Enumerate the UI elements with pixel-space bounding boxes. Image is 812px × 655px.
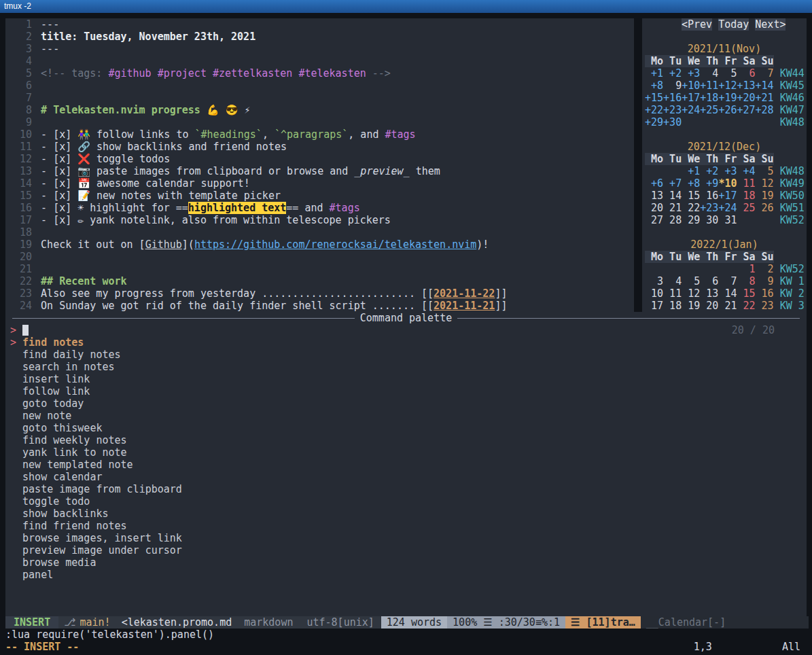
calendar-day[interactable]: 20 (700, 300, 718, 312)
calendar-day[interactable]: 2 (756, 263, 774, 275)
palette-item[interactable]: follow link (5, 385, 807, 397)
palette-item[interactable]: insert link (5, 373, 807, 385)
calendar-day[interactable]: +15 (645, 92, 663, 104)
calendar-day[interactable]: +9 (700, 177, 718, 190)
calendar-day[interactable]: 5 (682, 275, 700, 287)
palette-item[interactable]: panel (5, 569, 807, 581)
calendar-day[interactable]: *10 (718, 177, 737, 190)
calendar-day[interactable]: 10 (645, 287, 663, 300)
calendar-day[interactable]: 28 (663, 214, 682, 226)
calendar-day[interactable]: 3 (645, 275, 663, 287)
palette-item[interactable]: new templated note (5, 459, 807, 471)
calendar-day[interactable]: +23 (700, 202, 718, 214)
calendar-day[interactable]: 11 (737, 177, 755, 190)
palette-item[interactable]: yank link to note (5, 446, 807, 459)
calendar-day[interactable]: +25 (700, 104, 718, 116)
calendar-day[interactable]: 13 (700, 287, 718, 300)
calendar-day[interactable]: 18 (663, 300, 682, 312)
calendar-day[interactable]: +19 (718, 92, 737, 104)
calendar-day[interactable]: 6 (700, 275, 718, 287)
calendar-day[interactable]: 21 (663, 202, 682, 214)
palette-item[interactable]: goto today (5, 397, 807, 410)
calendar-day[interactable]: 16 (700, 190, 718, 202)
calendar-day[interactable]: 13 (645, 190, 663, 202)
calendar-day[interactable]: +3 (718, 165, 737, 177)
calendar-day[interactable]: 29 (682, 214, 700, 226)
calendar-day[interactable]: 18 (737, 190, 755, 202)
calendar-day[interactable]: 21 (718, 300, 737, 312)
calendar-day[interactable]: +18 (700, 92, 718, 104)
calendar-day[interactable]: +8 (645, 79, 663, 92)
calendar-day[interactable]: +17 (682, 92, 700, 104)
calendar-day[interactable]: 4 (700, 67, 718, 79)
calendar-day[interactable]: +3 (682, 67, 700, 79)
calendar-day[interactable]: +24 (682, 104, 700, 116)
calendar-day[interactable]: +28 (756, 104, 774, 116)
palette-item[interactable]: new note (5, 410, 807, 422)
calendar-day[interactable]: 17 (645, 300, 663, 312)
calendar-day[interactable]: +8 (682, 177, 700, 190)
palette-item[interactable]: preview image under cursor (5, 544, 807, 556)
palette-item[interactable]: paste image from clipboard (5, 483, 807, 495)
calendar-day[interactable]: +16 (663, 92, 682, 104)
calendar-day[interactable]: 19 (756, 190, 774, 202)
calendar-next-button[interactable]: Next> (755, 18, 785, 31)
calendar-day[interactable]: 25 (737, 202, 755, 214)
editor-buffer[interactable]: 1--- 2title: Tuesday, November 23th, 202… (5, 18, 634, 312)
calendar-day[interactable]: 12 (682, 287, 700, 300)
calendar-day[interactable]: +1 (682, 165, 700, 177)
palette-item[interactable]: find weekly notes (5, 434, 807, 446)
calendar-day[interactable]: +2 (663, 67, 682, 79)
calendar-day[interactable]: +17 (718, 190, 737, 202)
palette-item[interactable]: browse media (5, 556, 807, 569)
calendar-today-button[interactable]: Today (718, 18, 749, 31)
calendar-day[interactable]: +12 (718, 79, 737, 92)
calendar-day[interactable]: 22 (682, 202, 700, 214)
calendar-day[interactable]: 23 (756, 300, 774, 312)
calendar-day[interactable]: 22 (737, 300, 755, 312)
palette-item[interactable]: toggle todo (5, 495, 807, 508)
calendar-day[interactable]: 6 (737, 67, 755, 79)
calendar-day[interactable]: 8 (737, 275, 755, 287)
calendar-sidebar[interactable]: <PrevTodayNext>2021/11(Nov) Mo Tu We Th … (642, 18, 807, 312)
calendar-day[interactable]: 11 (663, 287, 682, 300)
palette-item[interactable]: find friend notes (5, 520, 807, 532)
palette-item[interactable]: show backlinks (5, 508, 807, 520)
calendar-day[interactable]: +14 (756, 79, 774, 92)
calendar-day[interactable]: 5 (756, 165, 774, 177)
calendar-day[interactable]: 7 (718, 275, 737, 287)
calendar-day[interactable]: +7 (663, 177, 682, 190)
calendar-day[interactable]: 26 (756, 202, 774, 214)
calendar-day[interactable]: +13 (737, 79, 755, 92)
calendar-day[interactable]: 5 (718, 67, 737, 79)
palette-item[interactable]: show calendar (5, 471, 807, 483)
palette-item[interactable]: search in notes (5, 361, 807, 373)
calendar-day[interactable]: 9 (756, 275, 774, 287)
command-line[interactable]: :lua require('telekasten').panel() (5, 629, 807, 641)
calendar-day[interactable]: 7 (756, 67, 774, 79)
palette-prompt[interactable]: > 20 / 20 (5, 324, 807, 336)
calendar-day[interactable]: 14 (663, 190, 682, 202)
palette-item[interactable]: goto thisweek (5, 422, 807, 434)
palette-item[interactable]: browse images, insert link (5, 532, 807, 544)
calendar-day[interactable]: +11 (700, 79, 718, 92)
calendar-day[interactable]: +26 (718, 104, 737, 116)
calendar-day[interactable]: +20 (737, 92, 755, 104)
calendar-day[interactable]: 15 (682, 190, 700, 202)
calendar-day[interactable]: 30 (700, 214, 718, 226)
calendar-prev-button[interactable]: <Prev (682, 18, 712, 31)
calendar-day[interactable]: 15 (737, 287, 755, 300)
calendar-day[interactable]: +1 (645, 67, 663, 79)
calendar-day[interactable]: 31 (718, 214, 737, 226)
calendar-day[interactable]: 9 (663, 79, 682, 92)
calendar-day[interactable]: +2 (700, 165, 718, 177)
calendar-day[interactable]: +23 (663, 104, 682, 116)
calendar-day[interactable]: 16 (756, 287, 774, 300)
calendar-day[interactable]: 27 (645, 214, 663, 226)
calendar-day[interactable]: 20 (645, 202, 663, 214)
calendar-day[interactable]: +24 (718, 202, 737, 214)
calendar-day[interactable]: 19 (682, 300, 700, 312)
calendar-day[interactable]: 14 (718, 287, 737, 300)
calendar-day[interactable]: 12 (756, 177, 774, 190)
calendar-day[interactable]: +10 (682, 79, 700, 92)
